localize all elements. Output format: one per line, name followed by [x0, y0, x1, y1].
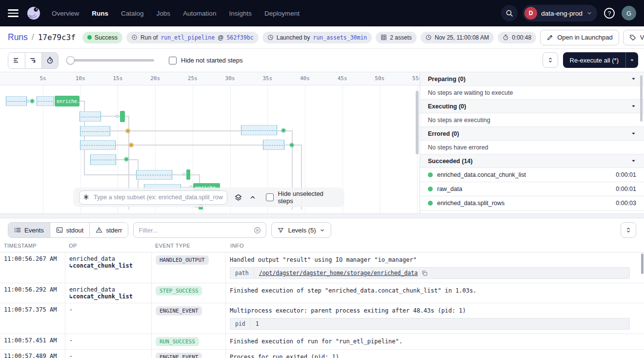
panel-section-header[interactable]: Succeeded (14): [420, 154, 644, 168]
levels-dropdown[interactable]: Levels (5): [271, 222, 331, 238]
run-tag[interactable]: 0:00:48: [498, 32, 536, 43]
event-timestamp[interactable]: 11:00:56.267 AM: [0, 253, 65, 283]
gantt-step-bar[interactable]: [120, 111, 125, 122]
log-filter: [133, 222, 266, 238]
clear-filter-icon[interactable]: [254, 227, 261, 234]
gantt-waiting-box: [6, 96, 27, 106]
event-type-badge: ENGINE_EVENT: [156, 353, 202, 358]
nav-item-deployment[interactable]: Deployment: [264, 10, 300, 17]
chevron-up-icon[interactable]: [249, 194, 256, 201]
succeeded-step-row[interactable]: enriched_data.concat_chunk_list0:00:01: [420, 168, 644, 182]
list-icon: [14, 227, 21, 233]
flat-layout-button[interactable]: [8, 53, 25, 68]
panel-scrollbar[interactable]: [640, 75, 643, 122]
tab-stdout[interactable]: stdout: [50, 223, 89, 237]
connector-line: [116, 145, 263, 146]
succeeded-step-row[interactable]: raw_data0:00:01: [420, 182, 644, 196]
breadcrumb-runs-link[interactable]: Runs: [8, 32, 28, 42]
nav-item-automation[interactable]: Automation: [183, 10, 216, 17]
user-avatar[interactable]: G: [622, 6, 636, 21]
view-tags-config-button[interactable]: View tags and config: [623, 30, 644, 45]
gantt-marker-dot: [116, 115, 119, 118]
zoom-slider-knob[interactable]: [66, 56, 75, 64]
meta-path-link[interactable]: /opt/dagster/dagster_home/storage/enrich…: [259, 270, 418, 276]
zoom-slider[interactable]: [67, 59, 154, 62]
help-button[interactable]: ?: [602, 6, 617, 21]
event-timestamp[interactable]: 11:00:57.375 AM: [0, 303, 65, 334]
search-button[interactable]: [501, 5, 518, 21]
tab-stderr[interactable]: stderr: [89, 223, 128, 237]
tag-link[interactable]: run_assets_30min: [313, 34, 367, 41]
col-event-type: EVENT TYPE: [151, 243, 225, 249]
chevron-down-icon: [631, 158, 636, 164]
svg-text:?: ?: [608, 10, 611, 17]
reexecute-dropdown[interactable]: [625, 52, 638, 68]
workspace-switcher[interactable]: D data-eng-prod: [523, 5, 597, 21]
succeeded-step-row[interactable]: enriched_data.split_rows0:00:03: [420, 196, 644, 211]
tag-text: Launched by: [277, 34, 310, 41]
event-timestamp[interactable]: 11:00:56.292 AM: [0, 283, 65, 303]
event-type-badge: STEP_SUCCESS: [156, 286, 202, 295]
gantt-marker-dot: [26, 100, 29, 103]
event-info: Multiprocess executor: parent process ex…: [230, 306, 641, 314]
tag-text: Run of: [141, 34, 158, 41]
clock-icon: [267, 34, 274, 41]
run-tag[interactable]: 2 assets: [376, 32, 417, 43]
tag-link[interactable]: 562f39bc: [226, 34, 253, 41]
nav-item-catalog[interactable]: Catalog: [121, 10, 144, 17]
gantt-marker-dot: [282, 129, 285, 132]
tab-events[interactable]: Events: [8, 223, 50, 237]
gantt-waiting-box: [37, 96, 54, 106]
nav-item-insights[interactable]: Insights: [229, 10, 252, 17]
log-filter-input[interactable]: [139, 227, 250, 234]
run-tag[interactable]: Nov 25, 11:00:08 AM: [421, 32, 494, 43]
run-tag[interactable]: Launched by run_assets_30min: [262, 32, 372, 43]
waterfall-layout-icon: [30, 57, 37, 64]
succeeded-step-row[interactable]: enriched_data.process_chunk [1]0:00:04: [420, 211, 644, 213]
hide-not-started-label: Hide not started steps: [181, 57, 242, 64]
chevron-down-icon: [631, 131, 636, 136]
panel-section-header[interactable]: Executing (0): [420, 100, 644, 113]
timed-layout-button[interactable]: [41, 53, 58, 68]
axis-tick-label: 25s: [185, 75, 200, 82]
step-duration: 0:00:01: [616, 186, 636, 192]
chevron-down-icon: [631, 76, 636, 82]
nav-item-runs[interactable]: Runs: [92, 10, 108, 17]
event-timestamp[interactable]: 11:00:57.451 AM: [0, 334, 65, 349]
run-tag[interactable]: Run of run_etl_pipeline @ 562f39bc: [126, 32, 259, 43]
copy-icon[interactable]: [422, 270, 428, 276]
event-metadata: pid1: [230, 318, 630, 330]
menu-icon[interactable]: [8, 9, 19, 17]
section-title: Errored (0): [428, 130, 459, 137]
panel-section-header[interactable]: Preparing (0): [420, 72, 644, 86]
waterfall-layout-button[interactable]: [25, 53, 41, 68]
hide-not-started-checkbox[interactable]: Hide not started steps: [169, 57, 242, 64]
event-log-scrollbar[interactable]: [641, 253, 644, 274]
layers-icon[interactable]: [234, 193, 242, 202]
hide-unselected-checkbox[interactable]: Hide unselected steps: [266, 190, 339, 205]
gantt-step-bar[interactable]: enriche.: [55, 96, 80, 106]
gantt-step-bar[interactable]: [186, 169, 190, 180]
col-op: OP: [65, 243, 151, 249]
section-divider: [0, 213, 644, 218]
warning-icon: [96, 227, 102, 233]
event-timestamp[interactable]: 11:00:57.489 AM: [0, 350, 65, 358]
gantt-scrollbar[interactable]: [416, 91, 419, 154]
nav-items: OverviewRunsCatalogJobsAutomationInsight…: [52, 10, 300, 17]
tag-link[interactable]: run_etl_pipeline: [161, 34, 215, 41]
step-duration: 0:00:01: [616, 171, 636, 178]
panel-section-header[interactable]: Errored (0): [420, 127, 644, 141]
log-tabs: Events stdout stderr: [8, 222, 128, 238]
expand-collapse-button[interactable]: [543, 52, 558, 68]
log-expand-button[interactable]: [621, 222, 636, 238]
dagster-logo[interactable]: [25, 5, 42, 21]
chevron-down-icon: [629, 58, 635, 63]
nav-item-overview[interactable]: Overview: [52, 10, 79, 17]
status-label: Success: [95, 34, 118, 41]
section-empty-message: No steps have errored: [420, 141, 644, 154]
nav-item-jobs[interactable]: Jobs: [157, 10, 171, 17]
success-dot-icon: [428, 172, 433, 177]
reexecute-all-button[interactable]: Re-execute all (*): [563, 52, 638, 68]
step-subset-input[interactable]: [79, 190, 227, 205]
open-in-launchpad-button[interactable]: Open in Launchpad: [540, 30, 619, 45]
